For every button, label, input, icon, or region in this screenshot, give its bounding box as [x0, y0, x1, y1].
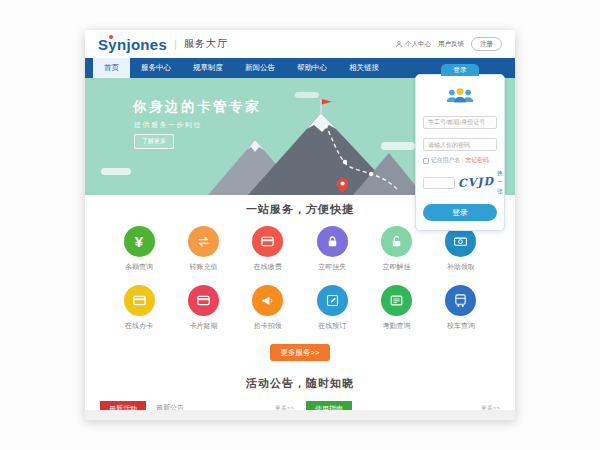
nav-item-home[interactable]: 首页 [93, 58, 130, 78]
services-row-2: 在线办卡 卡片延期 拾卡招领 在线预订 [85, 285, 515, 331]
yen-icon: ¥ [124, 226, 155, 257]
cloud [101, 168, 131, 175]
bank-card-icon [252, 226, 283, 257]
header-utility-links: 个人中心 用户反馈 注册 [395, 37, 502, 51]
register-button[interactable]: 注册 [471, 37, 502, 51]
service-school-bus-inquiry[interactable]: 校车查询 [433, 285, 489, 331]
transfer-icon [188, 226, 219, 257]
portal-window: Synjones | 服务大厅 个人中心 用户反馈 注册 首页 服务中心 规章制… [85, 30, 515, 420]
service-card-extension[interactable]: 卡片延期 [175, 285, 231, 331]
captcha-row: CVJD 换一张 [423, 169, 497, 196]
more-services-button[interactable]: 更多服务>> [270, 344, 331, 361]
logo-dot [109, 35, 113, 39]
hero-subtitle: 提供服务一步到位 [134, 120, 202, 130]
user-feedback-label: 用户反馈 [438, 40, 464, 49]
remember-row: 记住用户名 | 忘记密码 [423, 156, 497, 165]
login-panel: 登录 记住用户名 | 忘记密码 CVJD 换一张 登录 [415, 74, 505, 231]
unlock-icon [381, 226, 412, 257]
service-transfer-recharge[interactable]: 转账充值 [175, 226, 231, 272]
services-row-1: ¥ 余额查询 转账充值 在线缴费 立即挂失 [85, 226, 515, 272]
header-divider: | [174, 38, 177, 50]
service-online-payment[interactable]: 在线缴费 [240, 226, 296, 272]
password-input[interactable] [423, 138, 497, 151]
map-pin-icon [337, 178, 348, 193]
attendance-icon [381, 285, 412, 316]
bank-card-icon [188, 285, 219, 316]
user-icon [395, 40, 403, 48]
service-online-card-application[interactable]: 在线办卡 [111, 285, 167, 331]
captcha-image[interactable]: CVJD [458, 175, 495, 190]
captcha-refresh-link[interactable]: 换一张 [497, 169, 503, 196]
remember-label: 记住用户名 [431, 156, 460, 165]
captcha-input[interactable] [423, 177, 455, 189]
portal-name: 服务大厅 [184, 37, 228, 51]
service-online-booking[interactable]: 在线预订 [304, 285, 360, 331]
nav-item-news[interactable]: 新闻公告 [234, 58, 286, 78]
remember-separator: | [462, 158, 464, 164]
service-balance-inquiry[interactable]: ¥ 余额查询 [111, 226, 167, 272]
nav-item-related-links[interactable]: 相关链接 [338, 58, 390, 78]
nav-item-help-center[interactable]: 帮助中心 [286, 58, 338, 78]
personal-center-link[interactable]: 个人中心 [395, 40, 431, 49]
nav-item-service-center[interactable]: 服务中心 [130, 58, 182, 78]
forgot-password-link[interactable]: 忘记密码 [466, 156, 489, 165]
service-lost-card-claim[interactable]: 拾卡招领 [240, 285, 296, 331]
nav-item-regulations[interactable]: 规章制度 [182, 58, 234, 78]
top-header: Synjones | 服务大厅 个人中心 用户反馈 注册 [85, 30, 515, 58]
bank-card-icon [124, 285, 155, 316]
announcements-section-title: 活动公告，随时知晓 [85, 376, 515, 391]
megaphone-icon [252, 285, 283, 316]
login-submit-button[interactable]: 登录 [423, 204, 497, 221]
service-cancel-loss[interactable]: 立即解挂 [369, 226, 425, 272]
user-feedback-link[interactable]: 用户反馈 [438, 40, 464, 49]
service-attendance-inquiry[interactable]: 考勤查询 [369, 285, 425, 331]
hero-title: 你身边的卡管专家 [133, 98, 261, 116]
login-tab[interactable]: 登录 [441, 64, 479, 76]
service-report-loss[interactable]: 立即挂失 [304, 226, 360, 272]
hero-cta-button[interactable]: 了解更多 [134, 134, 174, 149]
users-group-icon [423, 86, 497, 104]
page-canvas: Synjones | 服务大厅 个人中心 用户反馈 注册 首页 服务中心 规章制… [0, 0, 600, 450]
edit-icon [317, 285, 348, 316]
personal-center-label: 个人中心 [405, 40, 431, 49]
remember-checkbox[interactable] [423, 158, 429, 164]
username-input[interactable] [423, 116, 497, 129]
service-subsidy-collection[interactable]: 补助领取 [433, 226, 489, 272]
bus-icon [445, 285, 476, 316]
content-cutoff-strip [85, 410, 515, 420]
synjones-logo[interactable]: Synjones [98, 36, 167, 53]
lock-icon [317, 226, 348, 257]
